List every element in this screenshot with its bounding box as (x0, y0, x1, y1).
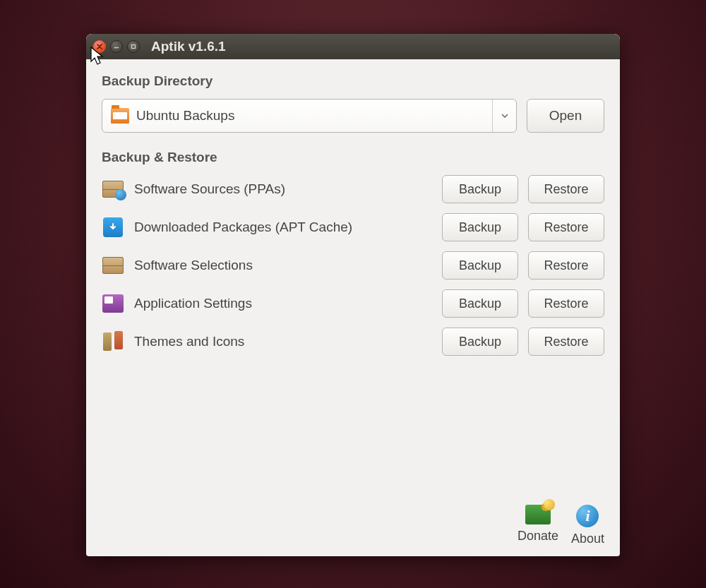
about-button[interactable]: i About (571, 505, 604, 546)
folder-icon (111, 108, 129, 124)
software-sources-icon (102, 178, 124, 200)
item-label: Application Settings (134, 296, 432, 311)
window-close-button[interactable] (93, 40, 106, 53)
item-label: Downloaded Packages (APT Cache) (134, 220, 432, 235)
restore-button-application-settings[interactable]: Restore (528, 289, 604, 318)
backup-button-application-settings[interactable]: Backup (442, 289, 518, 318)
window-content: Backup Directory Ubuntu Backups Open Bac… (86, 59, 620, 556)
footer: Donate i About (102, 498, 604, 546)
chevron-down-icon (501, 114, 508, 118)
backup-restore-heading: Backup & Restore (102, 150, 604, 165)
app-window: Aptik v1.6.1 Backup Directory Ubuntu Bac… (86, 34, 620, 556)
item-row-application-settings: Application Settings Backup Restore (102, 289, 604, 318)
restore-button-themes-icons[interactable]: Restore (528, 328, 604, 356)
combo-dropdown-arrow[interactable] (492, 100, 516, 132)
item-row-software-selections: Software Selections Backup Restore (102, 251, 604, 280)
item-label: Themes and Icons (134, 334, 432, 349)
svg-rect-0 (132, 45, 136, 49)
backup-directory-row: Ubuntu Backups Open (102, 99, 604, 133)
titlebar: Aptik v1.6.1 (86, 34, 620, 59)
about-label: About (571, 532, 604, 546)
backup-directory-value: Ubuntu Backups (136, 108, 492, 124)
window-maximize-button[interactable] (127, 40, 140, 53)
window-minimize-button[interactable] (110, 40, 123, 53)
donate-icon (525, 505, 551, 524)
info-icon: i (576, 505, 599, 527)
themes-icon (102, 330, 124, 353)
item-row-software-sources: Software Sources (PPAs) Backup Restore (102, 175, 604, 203)
backup-button-software-sources[interactable]: Backup (442, 175, 518, 203)
backup-directory-heading: Backup Directory (102, 73, 604, 89)
restore-button-software-sources[interactable]: Restore (528, 175, 604, 203)
open-directory-button[interactable]: Open (527, 99, 604, 133)
package-icon (102, 254, 124, 277)
restore-button-software-selections[interactable]: Restore (528, 251, 604, 280)
donate-button[interactable]: Donate (517, 505, 558, 546)
backup-button-themes-icons[interactable]: Backup (442, 328, 518, 356)
backup-button-downloaded-packages[interactable]: Backup (442, 213, 518, 241)
backup-button-software-selections[interactable]: Backup (442, 251, 518, 280)
application-settings-icon (102, 292, 124, 315)
download-icon (102, 216, 124, 239)
close-x-icon (97, 44, 102, 49)
backup-directory-combo[interactable]: Ubuntu Backups (102, 99, 517, 133)
item-label: Software Selections (134, 258, 432, 273)
item-row-themes-icons: Themes and Icons Backup Restore (102, 328, 604, 356)
item-row-downloaded-packages: Downloaded Packages (APT Cache) Backup R… (102, 213, 604, 241)
donate-label: Donate (517, 529, 558, 544)
minimize-icon (114, 44, 119, 49)
window-title: Aptik v1.6.1 (151, 39, 226, 54)
maximize-icon (131, 44, 136, 49)
open-button-label: Open (549, 108, 582, 124)
restore-button-downloaded-packages[interactable]: Restore (528, 213, 604, 241)
item-label: Software Sources (PPAs) (134, 181, 432, 197)
